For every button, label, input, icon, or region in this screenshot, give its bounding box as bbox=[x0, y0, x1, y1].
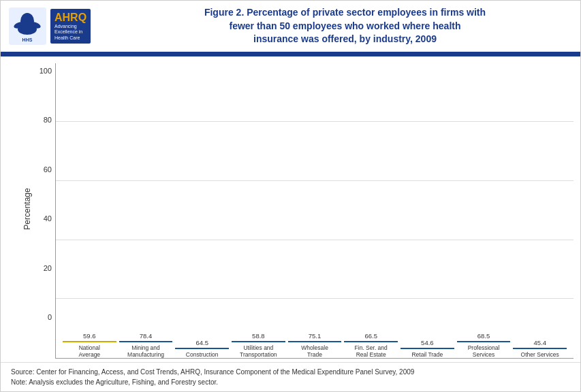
chart-title: Figure 2. Percentage of private sector e… bbox=[118, 6, 572, 46]
bar-value-7: 68.5 bbox=[477, 332, 490, 340]
title-text: Figure 2. Percentage of private sector e… bbox=[118, 6, 572, 46]
bar-label-5: Fin. Ser. andReal Estate bbox=[344, 344, 398, 358]
y-tick-40: 40 bbox=[35, 214, 55, 223]
bar-value-3: 58.8 bbox=[252, 332, 265, 340]
chart-area: Percentage 100 80 60 40 20 0 bbox=[1, 56, 580, 362]
bar-label-1: Mining andManufacturing bbox=[119, 344, 173, 358]
bar-group-7: 68.5ProfessionalServices bbox=[456, 332, 512, 358]
bar-label-6: Retail Trade bbox=[401, 351, 454, 358]
bar-value-2: 64.5 bbox=[195, 339, 208, 346]
y-tick-20: 20 bbox=[35, 264, 55, 272]
footer: Source: Center for Financing, Access, an… bbox=[1, 362, 580, 391]
source-text: Source: Center for Financing, Access, an… bbox=[11, 367, 570, 377]
bar-rect-3 bbox=[232, 341, 285, 342]
bar-label-2: Construction bbox=[175, 351, 229, 358]
bar-group-0: 59.6NationalAverage bbox=[61, 332, 118, 358]
y-tick-0: 0 bbox=[35, 313, 55, 321]
y-tick-80: 80 bbox=[35, 116, 55, 124]
ahrq-name: AHRQ bbox=[54, 12, 87, 24]
bar-group-3: 58.8Utilities andTransportation bbox=[230, 332, 287, 358]
header: HHS AHRQ Advancing Excellence in Health … bbox=[1, 1, 580, 54]
bar-rect-2 bbox=[175, 348, 229, 349]
bar-group-8: 45.4Other Services bbox=[512, 339, 568, 358]
bar-label-8: Other Services bbox=[513, 351, 567, 358]
bars-container: 59.6NationalAverage78.4Mining andManufac… bbox=[56, 63, 574, 358]
ahrq-logo: AHRQ Advancing Excellence in Health Care bbox=[50, 9, 91, 44]
bar-group-1: 78.4Mining andManufacturing bbox=[118, 332, 174, 358]
bar-group-5: 66.5Fin. Ser. andReal Estate bbox=[343, 332, 399, 358]
bar-value-6: 54.6 bbox=[421, 339, 434, 346]
bars-plot: 59.6NationalAverage78.4Mining andManufac… bbox=[55, 63, 574, 359]
bar-rect-4 bbox=[288, 341, 342, 342]
svg-text:HHS: HHS bbox=[22, 37, 33, 42]
ahrq-tagline: Advancing Excellence in Health Care bbox=[54, 24, 87, 41]
y-axis-label: Percentage bbox=[22, 189, 32, 230]
y-tick-100: 100 bbox=[35, 67, 55, 75]
bar-value-8: 45.4 bbox=[533, 339, 546, 346]
bar-value-5: 66.5 bbox=[364, 332, 377, 340]
bar-value-1: 78.4 bbox=[140, 332, 153, 340]
bar-group-6: 54.6Retail Trade bbox=[399, 339, 456, 358]
note-text: Note: Analysis excludes the Agriculture,… bbox=[11, 377, 570, 387]
bar-label-3: Utilities andTransportation bbox=[232, 344, 285, 358]
bar-label-0: NationalAverage bbox=[63, 344, 116, 358]
bar-label-4: WholesaleTrade bbox=[288, 344, 342, 358]
bar-group-2: 64.5Construction bbox=[174, 339, 230, 358]
y-tick-60: 60 bbox=[35, 165, 55, 174]
bar-rect-6 bbox=[401, 348, 454, 349]
bar-value-4: 75.1 bbox=[309, 332, 321, 340]
bar-rect-0 bbox=[63, 341, 116, 342]
hhs-logo: HHS bbox=[9, 7, 46, 45]
logo-area: HHS AHRQ Advancing Excellence in Health … bbox=[9, 7, 118, 45]
bar-rect-8 bbox=[513, 348, 567, 349]
y-axis: 100 80 60 40 20 0 bbox=[35, 63, 55, 359]
bar-rect-5 bbox=[344, 341, 398, 342]
bar-rect-1 bbox=[119, 341, 173, 342]
bar-value-0: 59.6 bbox=[83, 332, 96, 340]
bar-rect-7 bbox=[457, 341, 511, 342]
main-container: HHS AHRQ Advancing Excellence in Health … bbox=[0, 0, 581, 392]
bar-label-7: ProfessionalServices bbox=[457, 344, 511, 358]
bar-group-4: 75.1WholesaleTrade bbox=[287, 332, 343, 358]
